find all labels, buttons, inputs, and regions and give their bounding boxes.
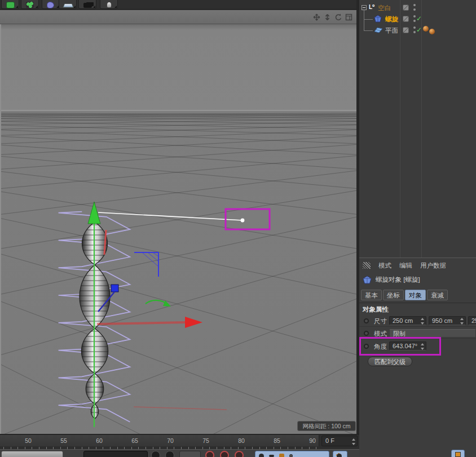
attribute-tabs: 基本 坐标 对象 衰减	[361, 290, 448, 300]
viewport-3d[interactable]: 网格间距 : 100 cm	[0, 24, 356, 434]
section-title: 对象属性	[363, 305, 389, 314]
rotate-icon[interactable]	[334, 13, 342, 21]
timeline-slider[interactable]	[1, 451, 63, 457]
cube-tool-button[interactable]	[1, 0, 19, 9]
range-field[interactable]	[83, 451, 148, 457]
grid-spacing-label: 网格间距 : 100 cm	[297, 421, 356, 431]
stepper-icon[interactable]	[420, 343, 425, 350]
layer-swatch[interactable]	[403, 27, 409, 33]
material-tag-icon[interactable]	[423, 26, 429, 32]
record-button[interactable]	[235, 451, 244, 457]
menu-edit[interactable]: 编辑	[399, 261, 412, 270]
enable-checkmark-icon[interactable]: ✓	[416, 15, 422, 23]
drag-handle-icon[interactable]	[363, 262, 371, 269]
light-tool-button[interactable]	[100, 0, 118, 9]
angle-label: 角度	[374, 343, 387, 351]
floor-tool-button[interactable]	[59, 0, 77, 9]
object-header: 螺旋对象 [螺旋]	[363, 274, 420, 285]
ruler-tick-label: 85	[274, 437, 280, 444]
null-object-icon: L⁰	[369, 4, 375, 10]
key-parameter-icon	[289, 454, 293, 457]
panel-corner-button[interactable]	[451, 450, 465, 457]
right-panel: L⁰ 空白 螺旋 ✓ 平面 ✓	[359, 0, 476, 457]
array-icon	[26, 2, 34, 8]
size-row: 尺寸 250 cm 950 cm 25	[359, 316, 476, 327]
folder-icon	[455, 452, 461, 457]
transport-next-button[interactable]	[165, 451, 174, 457]
key-scale-icon	[269, 455, 274, 457]
tab-object[interactable]: 对象	[405, 290, 426, 300]
size-label: 尺寸	[374, 317, 387, 326]
spline-object-icon	[374, 15, 382, 23]
match-to-parent-button[interactable]: 匹配到父级	[368, 357, 412, 366]
array-tool-button[interactable]	[21, 0, 39, 9]
tab-falloff[interactable]: 衰减	[427, 290, 448, 300]
mode-dropdown[interactable]: 限制	[389, 329, 476, 338]
maximize-icon[interactable]	[345, 13, 353, 21]
keyframe-circle-icon[interactable]	[364, 344, 369, 349]
menu-user-data[interactable]: 用户数据	[420, 261, 446, 270]
current-frame-field[interactable]: 0 F	[321, 436, 358, 446]
ruler-tick-label: 70	[167, 437, 174, 444]
tab-coords[interactable]: 坐标	[383, 290, 404, 300]
key-rotation-icon	[279, 454, 284, 457]
stepper-icon[interactable]	[420, 318, 425, 325]
menu-mode[interactable]: 模式	[378, 261, 391, 270]
floor-icon	[63, 4, 73, 8]
pan-icon[interactable]	[312, 13, 321, 21]
object-row-plane[interactable]: 平面 ✓	[359, 25, 476, 36]
application-window: 网格间距 : 100 cm L⁰ 空白 螺旋 ✓	[0, 0, 476, 457]
object-manager: L⁰ 空白 螺旋 ✓ 平面 ✓	[359, 0, 476, 258]
spline-icon	[47, 2, 54, 8]
size-x-field[interactable]: 250 cm	[389, 316, 426, 325]
size-z-field[interactable]: 25	[468, 316, 476, 325]
camera-icon	[83, 3, 92, 8]
ruler-tick-label: 80	[238, 437, 245, 444]
autokey-button[interactable]	[333, 451, 347, 457]
mode-row: 模式 限制	[359, 328, 476, 339]
attribute-manager: 模式 编辑 用户数据 螺旋对象 [螺旋] 基本 坐标 对象 衰减 对象属性 尺寸…	[359, 258, 476, 457]
tab-basic[interactable]: 基本	[361, 290, 382, 300]
collapse-toggle-icon[interactable]	[362, 5, 367, 10]
transport-play-button[interactable]	[151, 451, 160, 457]
size-y-field[interactable]: 950 cm	[429, 316, 466, 325]
keyframe-circle-icon[interactable]	[364, 331, 369, 336]
keyframe-circle-icon[interactable]	[364, 318, 369, 323]
camera-tool-button[interactable]	[78, 0, 96, 9]
ruler-tick-label: 65	[131, 437, 138, 444]
object-label-selected[interactable]: 螺旋	[385, 15, 398, 24]
ruler-tick-label: 50	[25, 437, 32, 444]
om-column-divider	[421, 0, 422, 258]
layer-swatch[interactable]	[403, 5, 409, 11]
zoom-icon[interactable]	[323, 13, 332, 21]
material-tag-icon[interactable]	[429, 29, 435, 34]
transport-end-button[interactable]	[179, 451, 201, 457]
viewport-scene	[1, 24, 356, 434]
object-title: 螺旋对象 [螺旋]	[376, 276, 420, 284]
object-row-null[interactable]: L⁰ 空白	[359, 2, 476, 14]
timeline-ruler[interactable]: 505560657075808590	[0, 435, 319, 446]
record-button[interactable]	[220, 451, 229, 457]
angle-field[interactable]: 643.047°	[389, 341, 426, 350]
spiral-object-icon	[363, 276, 372, 284]
animation-toolbar	[0, 449, 359, 457]
timeline: 505560657075808590 0 F	[0, 434, 359, 449]
spline-tool-button[interactable]	[42, 0, 60, 9]
om-column-divider	[400, 0, 400, 258]
plane-object-icon	[374, 26, 383, 34]
object-label[interactable]: 空白	[378, 4, 391, 12]
layer-swatch[interactable]	[403, 16, 409, 22]
enable-checkmark-icon[interactable]: ✓	[416, 26, 422, 34]
ruler-tick-label: 90	[309, 437, 316, 444]
top-toolbar	[0, 0, 356, 10]
ruler-tick-label: 60	[96, 437, 103, 444]
keying-toggle-group[interactable]	[255, 451, 329, 457]
object-label[interactable]: 平面	[385, 26, 398, 35]
record-button[interactable]	[205, 451, 214, 457]
viewport-highlight-box	[226, 209, 270, 229]
stepper-icon[interactable]	[459, 318, 464, 325]
key-position-icon	[259, 454, 264, 457]
attribute-menu-bar: 模式 编辑 用户数据	[359, 260, 476, 270]
stepper-icon[interactable]	[351, 438, 356, 445]
object-row-spiral[interactable]: 螺旋 ✓	[359, 14, 476, 25]
